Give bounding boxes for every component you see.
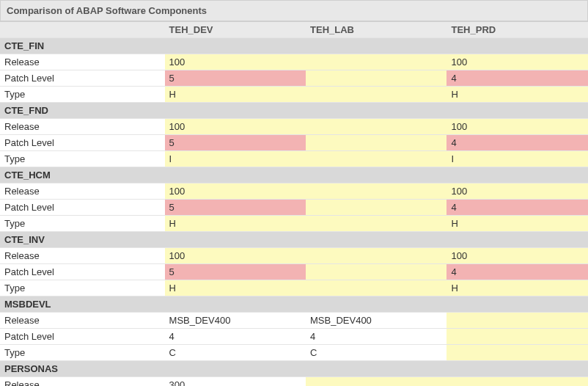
cell: 4 (165, 329, 306, 345)
group-row[interactable]: CTE_HCM (0, 167, 588, 183)
cell: 4 (446, 70, 588, 87)
group-row[interactable]: MSBDEVL (0, 296, 588, 313)
cell (306, 151, 446, 167)
cell (306, 119, 446, 135)
cell: 100 (446, 54, 588, 70)
row-label: Type (0, 151, 165, 167)
cell: 4 (446, 200, 588, 216)
cell: MSB_DEV400 (165, 313, 306, 329)
row-label: Release (0, 248, 165, 264)
cell: I (165, 151, 306, 167)
row-label: Type (0, 345, 165, 361)
data-row: Patch Level54 (0, 135, 588, 151)
cell: C (165, 345, 306, 361)
group-row[interactable]: CTE_INV (0, 232, 588, 248)
row-label: Release (0, 119, 165, 135)
cell: 100 (446, 119, 588, 135)
cell (306, 70, 446, 87)
cell (446, 345, 588, 361)
cell: 5 (165, 200, 306, 216)
cell: 5 (165, 264, 306, 280)
data-row: TypeCC (0, 345, 588, 361)
cell: 100 (165, 119, 306, 135)
group-name: CTE_INV (0, 232, 588, 248)
cell (306, 54, 446, 70)
cell (446, 377, 588, 387)
comparison-table: TEH_DEV TEH_LAB TEH_PRD CTE_FINRelease10… (0, 21, 588, 386)
column-header-empty (0, 22, 165, 38)
cell (306, 87, 446, 103)
cell: 4 (306, 329, 446, 345)
group-name: CTE_FND (0, 103, 588, 119)
group-name: MSBDEVL (0, 296, 588, 313)
column-header-sys2[interactable]: TEH_LAB (306, 22, 446, 38)
data-row: Release300 (0, 377, 588, 387)
cell: C (306, 345, 446, 361)
cell (306, 200, 446, 216)
row-label: Patch Level (0, 329, 165, 345)
cell (306, 216, 446, 232)
cell (306, 264, 446, 280)
group-row[interactable]: CTE_FND (0, 103, 588, 119)
cell: 5 (165, 70, 306, 87)
row-label: Patch Level (0, 264, 165, 280)
data-row: TypeHH (0, 280, 588, 296)
group-name: CTE_HCM (0, 167, 588, 183)
row-label: Type (0, 280, 165, 296)
cell: 100 (446, 248, 588, 264)
row-label: Release (0, 313, 165, 329)
row-label: Release (0, 183, 165, 200)
data-row: TypeHH (0, 87, 588, 103)
data-row: ReleaseMSB_DEV400MSB_DEV400 (0, 313, 588, 329)
data-row: Patch Level44 (0, 329, 588, 345)
cell (306, 135, 446, 151)
cell: H (165, 87, 306, 103)
cell: 5 (165, 135, 306, 151)
group-name: PERSONAS (0, 361, 588, 377)
cell: I (446, 151, 588, 167)
cell: 4 (446, 264, 588, 280)
data-row: Release100100 (0, 54, 588, 70)
group-name: CTE_FIN (0, 38, 588, 54)
cell: H (165, 216, 306, 232)
cell: 100 (446, 183, 588, 200)
cell (306, 248, 446, 264)
data-row: Release100100 (0, 183, 588, 200)
column-header-row: TEH_DEV TEH_LAB TEH_PRD (0, 22, 588, 38)
data-row: Patch Level54 (0, 264, 588, 280)
cell: 4 (446, 135, 588, 151)
data-row: Release100100 (0, 119, 588, 135)
cell: H (446, 216, 588, 232)
row-label: Patch Level (0, 70, 165, 87)
cell: 100 (165, 183, 306, 200)
group-row[interactable]: CTE_FIN (0, 38, 588, 54)
row-label: Type (0, 87, 165, 103)
cell: 100 (165, 54, 306, 70)
cell (306, 183, 446, 200)
data-row: Release100100 (0, 248, 588, 264)
row-label: Release (0, 54, 165, 70)
cell (446, 329, 588, 345)
column-header-sys1[interactable]: TEH_DEV (165, 22, 306, 38)
cell: H (446, 87, 588, 103)
cell: 300 (165, 377, 306, 387)
cell: H (165, 280, 306, 296)
row-label: Patch Level (0, 200, 165, 216)
data-row: Patch Level54 (0, 70, 588, 87)
group-row[interactable]: PERSONAS (0, 361, 588, 377)
cell: MSB_DEV400 (306, 313, 446, 329)
data-row: Patch Level54 (0, 200, 588, 216)
cell: 100 (165, 248, 306, 264)
row-label: Release (0, 377, 165, 387)
data-row: TypeHH (0, 216, 588, 232)
column-header-sys3[interactable]: TEH_PRD (446, 22, 588, 38)
row-label: Type (0, 216, 165, 232)
cell: H (446, 280, 588, 296)
panel-title: Comparison of ABAP Software Components (0, 0, 588, 21)
row-label: Patch Level (0, 135, 165, 151)
cell (446, 313, 588, 329)
cell (306, 280, 446, 296)
cell (306, 377, 446, 387)
data-row: TypeII (0, 151, 588, 167)
